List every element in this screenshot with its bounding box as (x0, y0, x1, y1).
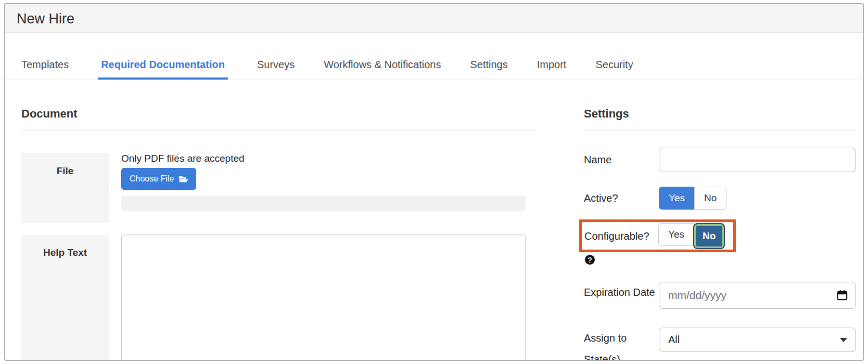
help-text-controls (121, 235, 526, 361)
file-label: File (21, 153, 109, 223)
configurable-label: Configurable? (584, 230, 658, 242)
tab-import[interactable]: Import (537, 51, 567, 80)
name-label: Name (584, 149, 659, 171)
file-row: File Only PDF files are accepted Choose … (21, 153, 538, 223)
tab-required-documentation[interactable]: Required Documentation (98, 51, 228, 80)
assign-to-states-row: Assign to State(s) All (584, 328, 856, 361)
active-label: Active? (584, 188, 659, 209)
assign-to-states-select[interactable]: All (659, 328, 856, 352)
expiration-date-row: Expiration Date (584, 282, 856, 309)
folder-open-icon (179, 175, 188, 184)
chevron-down-icon (840, 338, 847, 342)
choose-file-label: Choose File (130, 174, 174, 184)
tab-settings[interactable]: Settings (470, 51, 507, 80)
tab-templates[interactable]: Templates (21, 51, 69, 80)
configurable-toggle-group: Yes No (658, 223, 725, 249)
assign-to-states-value: All (668, 334, 680, 346)
configurable-no-button[interactable]: No (693, 223, 725, 249)
page-title: New Hire (17, 8, 74, 29)
active-row: Active? Yes No (584, 187, 856, 210)
expiration-date-label: Expiration Date (584, 282, 659, 303)
document-heading: Document (21, 106, 538, 131)
active-no-button[interactable]: No (694, 187, 726, 210)
file-hint: Only PDF files are accepted (121, 153, 526, 164)
settings-section: Settings Name Active? Yes No Configurabl… (584, 106, 856, 361)
active-yes-button[interactable]: Yes (659, 187, 695, 210)
assign-to-states-label: Assign to State(s) (584, 328, 659, 361)
file-controls: Only PDF files are accepted Choose File (121, 153, 526, 223)
tab-bar: Templates Required Documentation Surveys… (5, 51, 863, 80)
name-input[interactable] (659, 148, 856, 172)
tab-workflows-notifications[interactable]: Workflows & Notifications (324, 51, 441, 80)
upload-progress-bar (121, 196, 526, 211)
expiration-date-input[interactable] (659, 282, 856, 309)
name-row: Name (584, 148, 856, 172)
calendar-icon[interactable] (836, 289, 848, 301)
tab-surveys[interactable]: Surveys (257, 51, 295, 80)
active-toggle-group: Yes No (659, 187, 726, 210)
question-circle-icon[interactable]: ? (585, 255, 595, 265)
help-text-label: Help Text (21, 235, 109, 361)
choose-file-button[interactable]: Choose File (121, 168, 196, 190)
configurable-row-highlight: Configurable? Yes No (579, 219, 736, 252)
configurable-yes-button[interactable]: Yes (658, 223, 694, 246)
document-section: Document File Only PDF files are accepte… (21, 106, 538, 361)
app-frame: New Hire Templates Required Documentatio… (4, 3, 864, 361)
page-header: New Hire (5, 4, 863, 33)
tab-security[interactable]: Security (595, 51, 633, 80)
help-text-row: Help Text (21, 235, 538, 361)
settings-heading: Settings (584, 106, 856, 131)
help-text-input[interactable] (121, 235, 526, 361)
